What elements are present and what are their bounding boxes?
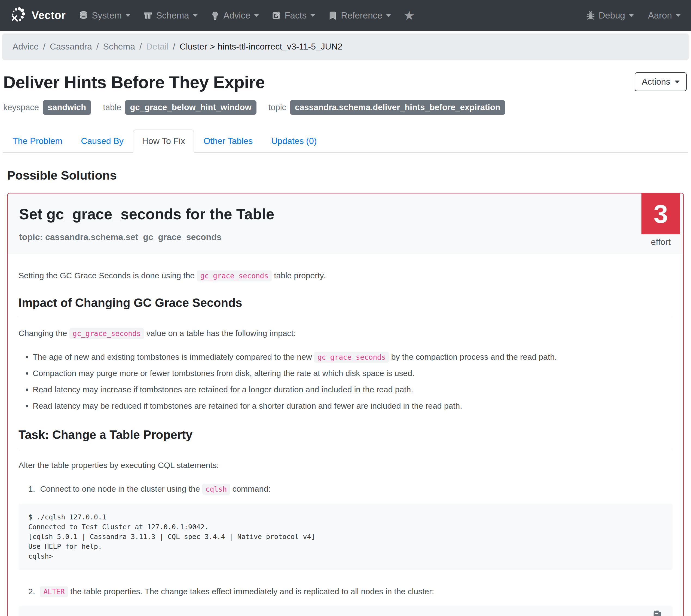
step-text: ALTER the table properties. The change t… [40,587,434,596]
impact-intro: Changing the gc_grace_seconds value on a… [19,327,672,339]
database-icon [79,10,88,20]
breadcrumb-separator: / [140,42,142,52]
task-heading: Task: Change a Table Property [19,428,672,449]
effort-indicator: 3 effort [642,194,680,247]
page-title: Deliver Hints Before They Expire [3,72,265,92]
nav-schema[interactable]: Schema [143,10,198,21]
meta-topic: topic cassandra.schema.deliver_hints_bef… [269,100,505,115]
star-icon[interactable]: ★ [403,9,415,22]
effort-label: effort [642,237,680,247]
clipboard-icon [653,610,662,616]
breadcrumb-link-cassandra[interactable]: Cassandra [50,42,92,52]
meta-keyspace: keyspace sandwich [3,100,91,115]
brand-link[interactable]: Vector [11,7,66,24]
bookmark-icon [328,10,338,20]
inline-code: cqlsh [202,484,230,494]
list-item: Read latency may increase if tombstones … [33,383,672,396]
nav-reference[interactable]: Reference [328,10,391,21]
tab-other-tables[interactable]: Other Tables [194,130,262,153]
list-item: The age of new and existing tombstones i… [33,351,672,363]
inline-code: ALTER [40,586,68,597]
step-1: 1. Connect to one node in the cluster us… [19,483,672,570]
task-intro: Alter the table properties by executing … [19,459,672,471]
solution-card-header: Set gc_grace_seconds for the Table topic… [8,194,683,254]
chevron-down-icon [629,14,634,17]
breadcrumb: Advice / Cassandra / Schema / Detail / C… [2,34,689,60]
copy-to-clipboard-button[interactable] [653,610,662,616]
code-block-cqlsh: $ ./cqlsh 127.0.0.1 Connected to Test Cl… [19,504,672,570]
tab-bar: The Problem Caused By How To Fix Other T… [3,130,688,153]
meta-table: table gc_grace_below_hint_window [103,100,256,115]
solution-intro: Setting the GC Grace Seconds is done usi… [19,269,672,282]
inline-code: gc_grace_seconds [69,328,144,339]
step-text: Connect to one node in the cluster using… [40,484,270,493]
effort-value-badge: 3 [642,194,680,234]
chevron-down-icon [310,14,315,17]
chevron-down-icon [676,14,680,17]
solution-topic: topic: cassandra.schema.set_gc_grace_sec… [19,232,672,242]
impact-heading: Impact of Changing GC Grace Seconds [19,296,672,317]
breadcrumb-link-advice[interactable]: Advice [13,42,39,52]
solution-card: Set gc_grace_seconds for the Table topic… [7,193,684,616]
list-item: Read latency may be reduced if tombstone… [33,400,672,412]
code-block-alter-table: ALTER TABLE sandwich.gc_grace_below_hint… [19,606,672,616]
nav-debug[interactable]: Debug [586,10,634,21]
pencil-square-icon [271,10,281,20]
solution-title: Set gc_grace_seconds for the Table [19,205,672,223]
list-item: Compaction may purge more or fewer tombs… [33,367,672,379]
table-icon [143,10,153,20]
tab-how-to-fix[interactable]: How To Fix [133,130,194,153]
inline-code: gc_grace_seconds [314,352,389,363]
chevron-down-icon [386,14,391,17]
vector-logo [11,7,28,24]
step-number: 1. [28,484,35,493]
table-badge: gc_grace_below_hint_window [125,100,256,115]
solution-card-body: Setting the GC Grace Seconds is done usi… [8,254,683,616]
nav-user-menu[interactable]: Aaron [648,10,680,21]
impact-list: The age of new and existing tombstones i… [19,351,672,412]
lightbulb-icon [210,10,220,20]
chevron-down-icon [193,14,198,17]
step-2: 2. ALTER the table properties. The chang… [19,585,672,616]
breadcrumb-separator: / [173,42,175,52]
nav-advice[interactable]: Advice [210,10,259,21]
tab-the-problem[interactable]: The Problem [3,130,71,153]
nav-facts[interactable]: Facts [271,10,315,21]
brand-name: Vector [32,9,66,22]
breadcrumb-separator: / [97,42,99,52]
topic-badge: cassandra.schema.deliver_hints_before_ex… [290,100,505,115]
breadcrumb-link-schema[interactable]: Schema [103,42,135,52]
navbar-right: Debug Aaron [586,10,680,21]
breadcrumb-current: Cluster > hints-ttl-incorrect_v3-11-5_JU… [180,42,342,52]
keyspace-badge: sandwich [43,100,91,115]
tab-caused-by[interactable]: Caused By [71,130,133,153]
step-number: 2. [28,587,35,596]
inline-code: gc_grace_seconds [197,270,271,281]
tab-updates[interactable]: Updates (0) [262,130,326,153]
top-navbar: Vector System Schema A [0,0,691,31]
actions-button[interactable]: Actions [635,72,687,91]
bug-icon [586,10,595,20]
possible-solutions-heading: Possible Solutions [3,169,688,182]
chevron-down-icon [254,14,259,17]
chevron-down-icon [126,14,130,17]
meta-row: keyspace sandwich table gc_grace_below_h… [3,100,688,115]
chevron-down-icon [675,81,679,83]
breadcrumb-separator: / [43,42,45,52]
breadcrumb-detail: Detail [146,42,169,52]
nav-system[interactable]: System [79,10,130,21]
